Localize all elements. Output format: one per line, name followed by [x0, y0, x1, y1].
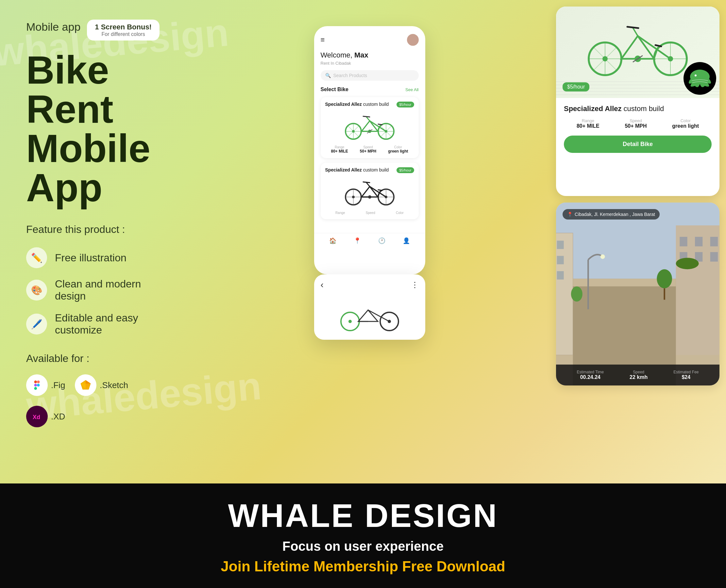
svg-line-71: [627, 27, 639, 28]
mobile-app-label: Mobile app: [26, 21, 80, 33]
bike-image-1: [325, 109, 414, 142]
welcome-text: Welcome, Max: [321, 51, 419, 60]
figma-tool: .Fig: [26, 374, 65, 396]
nav-home[interactable]: 🏠: [329, 237, 336, 244]
illustration-icon: ✏️: [26, 247, 47, 268]
price-badge-1: $5/hour: [397, 102, 414, 107]
feature-text-2: Clean and modern design: [55, 278, 163, 302]
select-bike-title: Select Bike: [321, 87, 348, 92]
svg-rect-91: [695, 237, 703, 246]
svg-line-42: [366, 183, 370, 187]
fee-label: Estimated Fee: [673, 370, 699, 374]
svg-point-46: [368, 195, 371, 198]
feature-item-2: 🎨 Clean and modern design: [26, 278, 163, 302]
price-badge-2: $5/hour: [397, 167, 414, 173]
phone-header: ≡: [321, 34, 419, 46]
svg-point-100: [657, 269, 672, 288]
bike-svg-1: [344, 111, 396, 141]
sketch-icon: [79, 379, 92, 391]
svg-rect-3: [34, 387, 37, 390]
svg-rect-81: [556, 233, 573, 355]
section-header: Select Bike See All: [321, 87, 419, 92]
svg-rect-95: [710, 252, 718, 262]
svg-point-99: [601, 254, 605, 259]
svg-line-43: [363, 182, 370, 183]
hamburger-icon[interactable]: ≡: [321, 36, 325, 44]
map-bottom-info: Estimated Time 00.24.24 Speed 22 kmh Est…: [556, 364, 720, 385]
sketch-tool: .Sketch: [75, 374, 128, 396]
detail-bike-svg: [585, 13, 690, 78]
see-all-link[interactable]: See All: [405, 87, 418, 92]
bonus-line1: 1 Screen Bonus!: [95, 23, 152, 31]
estimated-time-item: Estimated Time 00.24.24: [577, 370, 604, 380]
svg-rect-90: [680, 237, 687, 246]
svg-rect-88: [557, 271, 564, 280]
speed-label: Speed: [629, 370, 648, 374]
sketch-label: .Sketch: [100, 380, 128, 391]
nav-location[interactable]: 📍: [354, 237, 361, 244]
bike-specs-2: Range Speed Color: [325, 211, 414, 215]
search-bar[interactable]: 🔍 Search Products: [321, 70, 419, 81]
bike-detail-price-badge: $5/hour: [563, 82, 589, 91]
feature-item-3: 🖊️ Editable and easy customize: [26, 312, 163, 336]
svg-text:Xd: Xd: [33, 414, 40, 420]
phone-mockup-1: ≡ Welcome, Max Rent In Cibadak: [314, 26, 425, 274]
svg-point-48: [348, 320, 352, 323]
feature-text-3: Editable and easy customize: [55, 312, 163, 336]
bike-detail-name: Specialized Allez custom build: [564, 105, 712, 113]
back-button[interactable]: ‹: [321, 280, 324, 290]
map-location-label: 📍 Cibadak, Jl. Kemerdekaan , Jawa Barat: [563, 209, 660, 219]
svg-rect-86: [557, 256, 564, 264]
fee-value: $24: [673, 374, 699, 380]
design-icon: 🎨: [26, 280, 47, 300]
svg-line-29: [378, 124, 382, 125]
whale-logo-svg: [682, 60, 718, 97]
map-image: 📍 Cibadak, Jl. Kemerdekaan , Jawa Barat …: [556, 203, 720, 385]
figma-icon-circle: [26, 374, 48, 396]
brand-cta[interactable]: Join Lifetime Membership Free Download: [221, 558, 505, 574]
nav-profile[interactable]: 👤: [403, 237, 410, 244]
avatar: [407, 34, 419, 46]
more-menu[interactable]: ⋮: [411, 280, 419, 289]
figma-icon: [31, 379, 43, 391]
tool-icons: .Fig .Sketch: [26, 374, 163, 427]
bike-image-2: [325, 175, 414, 208]
svg-line-45: [378, 190, 382, 190]
svg-point-10: [410, 36, 415, 41]
svg-rect-92: [710, 237, 718, 246]
phone2-bike: [337, 299, 402, 331]
svg-point-4: [37, 384, 40, 387]
brand-tagline: Focus on user experience: [282, 539, 444, 554]
map-location-text: Cibadak, Jl. Kemerdekaan , Jawa Barat: [574, 212, 655, 217]
svg-line-70: [633, 28, 638, 36]
map-svg: [556, 203, 720, 385]
estimated-time-label: Estimated Time: [577, 370, 604, 374]
xd-icon: Xd: [31, 410, 43, 423]
xd-icon-circle: Xd: [26, 406, 48, 427]
search-placeholder: Search Products: [334, 73, 367, 78]
bonus-line2: For different colors: [95, 31, 152, 37]
svg-line-27: [363, 116, 370, 117]
bike-card-2[interactable]: Specialized Allez custom build $5/hour: [321, 163, 419, 219]
svg-point-11: [409, 42, 417, 46]
map-card: 📍 Cibadak, Jl. Kemerdekaan , Jawa Barat …: [556, 203, 720, 385]
bike-detail-card: $5/hour Specialized Allez custom build R…: [556, 6, 720, 196]
bike-svg-2: [344, 177, 396, 206]
top-section: whaledesign whaledesign Mobile app 1 Scr…: [0, 0, 726, 483]
nav-clock[interactable]: 🕐: [378, 237, 385, 244]
bottom-section: WHALE DESIGN Focus on user experience Jo…: [0, 483, 726, 588]
svg-line-26: [366, 117, 370, 121]
whale-logo: [680, 59, 720, 98]
bottom-nav: 🏠 📍 🕐 👤: [314, 233, 425, 248]
svg-rect-101: [664, 289, 665, 300]
speed-value: 22 kmh: [629, 374, 648, 380]
fee-item: Estimated Fee $24: [673, 370, 699, 380]
svg-point-102: [571, 287, 583, 302]
feature-text-1: Free illustration: [55, 252, 126, 264]
svg-rect-0: [34, 381, 37, 383]
speed-item: Speed 22 kmh: [629, 370, 648, 380]
detail-bike-button[interactable]: Detail Bike: [564, 135, 712, 153]
right-panel: $5/hour Specialized Allez custom build R…: [556, 0, 726, 483]
bike-card-1[interactable]: Specialized Allez custom build $5/hour: [321, 97, 419, 158]
figma-label: .Fig: [51, 380, 65, 391]
